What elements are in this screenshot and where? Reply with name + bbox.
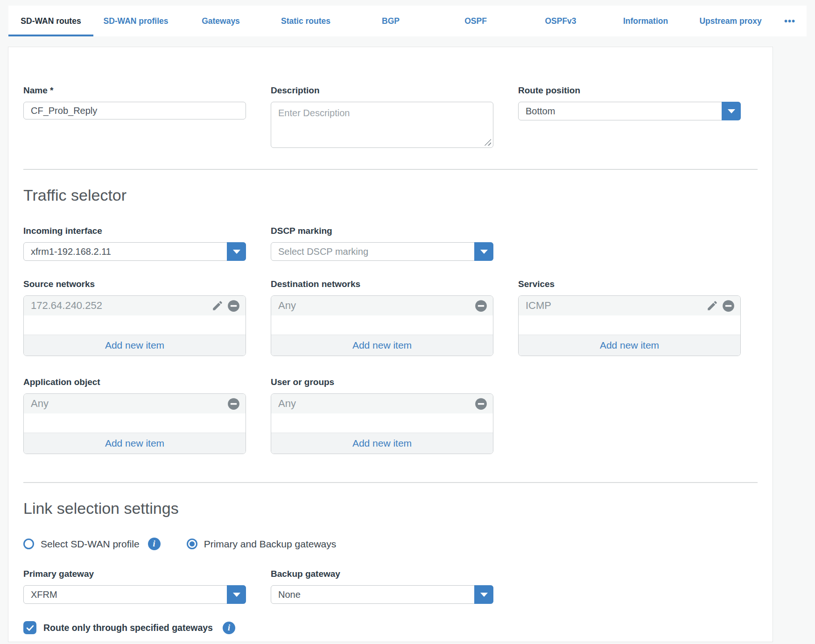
tab-label: Information — [623, 16, 668, 26]
chevron-down-icon — [233, 593, 240, 597]
services-field-group: Services ICMP Add new item — [518, 279, 741, 356]
dscp-marking-placeholder: Select DSCP marking — [278, 246, 368, 257]
source-networks-list: 172.64.240.252 Add new item — [23, 295, 246, 356]
dscp-marking-select[interactable]: Select DSCP marking — [271, 242, 493, 261]
description-textarea[interactable] — [271, 102, 493, 148]
list-empty-area — [519, 315, 740, 335]
tab-static-routes[interactable]: Static routes — [263, 6, 348, 36]
add-new-item-button[interactable]: Add new item — [519, 335, 740, 356]
section-divider — [23, 169, 758, 170]
tab-information[interactable]: Information — [603, 6, 688, 36]
route-only-checkbox-checked[interactable] — [23, 621, 36, 634]
link-selection-radio-row: Select SD-WAN profile i Primary and Back… — [23, 538, 758, 550]
edit-pencil-icon[interactable] — [706, 300, 718, 312]
destination-networks-field-group: Destination networks Any Add new item — [271, 279, 493, 356]
list-item-value: 172.64.240.252 — [31, 300, 211, 312]
backup-gateway-select[interactable]: None — [271, 585, 493, 604]
list-item-value: ICMP — [526, 300, 706, 312]
section-divider — [23, 482, 758, 483]
name-input[interactable] — [23, 102, 246, 119]
chevron-down-icon — [480, 593, 488, 597]
application-object-list: Any Add new item — [23, 393, 246, 454]
tab-label: Static routes — [281, 16, 330, 26]
radio-unselected-icon[interactable] — [23, 539, 34, 549]
list-item: Any — [271, 394, 493, 413]
dropdown-button[interactable] — [227, 242, 246, 261]
source-networks-label: Source networks — [23, 279, 246, 289]
name-field-group: Name * — [23, 85, 246, 119]
list-empty-area — [271, 413, 493, 433]
remove-minus-icon[interactable] — [475, 300, 487, 312]
traffic-selector-title: Traffic selector — [23, 186, 758, 204]
radio-primary-backup-gateways[interactable]: Primary and Backup gateways — [187, 539, 337, 550]
edit-pencil-icon[interactable] — [211, 300, 224, 312]
route-position-value: Bottom — [526, 106, 555, 117]
tab-more-menu[interactable]: ••• — [773, 6, 807, 36]
add-new-item-button[interactable]: Add new item — [24, 335, 246, 356]
tab-sdwan-profiles[interactable]: SD-WAN profiles — [93, 6, 178, 36]
add-new-item-button[interactable]: Add new item — [271, 433, 493, 454]
ellipsis-icon: ••• — [784, 16, 795, 27]
list-item: Any — [271, 296, 493, 315]
chevron-down-icon — [233, 250, 240, 254]
tab-label: SD-WAN profiles — [103, 16, 168, 26]
dscp-marking-label: DSCP marking — [271, 226, 493, 236]
incoming-interface-field-group: Incoming interface xfrm1-192.168.2.11 — [23, 226, 246, 261]
dropdown-button[interactable] — [722, 102, 741, 120]
services-label: Services — [518, 279, 741, 289]
sdwan-route-form-card: Name * Description Route position Bottom… — [8, 47, 773, 642]
destination-networks-label: Destination networks — [271, 279, 493, 289]
incoming-interface-select[interactable]: xfrm1-192.168.2.11 — [23, 242, 246, 261]
list-item-value: Any — [278, 300, 475, 312]
source-networks-field-group: Source networks 172.64.240.252 Add new i… — [23, 279, 246, 356]
tab-ospf[interactable]: OSPF — [433, 6, 518, 36]
dropdown-button[interactable] — [474, 242, 493, 261]
backup-gateway-value: None — [278, 589, 301, 600]
remove-minus-icon[interactable] — [227, 398, 240, 410]
description-label: Description — [271, 85, 493, 96]
chevron-down-icon — [480, 250, 488, 254]
route-position-select[interactable]: Bottom — [518, 102, 741, 120]
remove-minus-icon[interactable] — [227, 300, 240, 312]
radio-select-sdwan-profile[interactable]: Select SD-WAN profile — [23, 539, 140, 550]
add-new-item-button[interactable]: Add new item — [24, 433, 246, 454]
application-object-field-group: Application object Any Add new item — [23, 377, 246, 454]
checkmark-icon — [26, 623, 35, 632]
radio-selected-icon[interactable] — [187, 539, 197, 549]
user-or-groups-list: Any Add new item — [271, 393, 493, 454]
radio-label: Select SD-WAN profile — [41, 539, 140, 550]
route-position-field-group: Route position Bottom — [518, 85, 741, 120]
primary-gateway-select[interactable]: XFRM — [23, 585, 246, 604]
name-label: Name * — [23, 85, 246, 96]
remove-minus-icon[interactable] — [475, 398, 487, 410]
list-item: ICMP — [519, 296, 740, 315]
tab-sdwan-routes[interactable]: SD-WAN routes — [8, 6, 93, 36]
route-only-label: Route only through specified gateways — [43, 623, 213, 633]
route-only-row: Route only through specified gateways i — [23, 621, 758, 634]
tab-bgp[interactable]: BGP — [348, 6, 433, 36]
backup-gateway-label: Backup gateway — [271, 569, 493, 579]
tab-label: Upstream proxy — [699, 16, 761, 26]
list-item: 172.64.240.252 — [24, 296, 246, 315]
info-icon[interactable]: i — [223, 622, 235, 634]
add-new-item-button[interactable]: Add new item — [271, 335, 493, 356]
tab-label: BGP — [382, 16, 400, 26]
tab-ospfv3[interactable]: OSPFv3 — [518, 6, 603, 36]
chevron-down-icon — [728, 109, 735, 113]
application-object-label: Application object — [23, 377, 246, 387]
dropdown-button[interactable] — [474, 585, 493, 604]
remove-minus-icon[interactable] — [722, 300, 735, 312]
radio-dot — [190, 541, 195, 546]
primary-gateway-field-group: Primary gateway XFRM — [23, 569, 246, 604]
primary-gateway-value: XFRM — [31, 589, 57, 600]
radio-label: Primary and Backup gateways — [204, 539, 337, 550]
tab-label: OSPF — [464, 16, 487, 26]
list-empty-area — [271, 315, 493, 335]
info-icon[interactable]: i — [148, 538, 161, 550]
dropdown-button[interactable] — [227, 585, 246, 604]
tab-gateways[interactable]: Gateways — [178, 6, 263, 36]
tab-upstream-proxy[interactable]: Upstream proxy — [688, 6, 773, 36]
link-selection-title: Link selection settings — [23, 499, 758, 518]
incoming-interface-label: Incoming interface — [23, 226, 246, 236]
user-or-groups-field-group: User or groups Any Add new item — [271, 377, 493, 454]
